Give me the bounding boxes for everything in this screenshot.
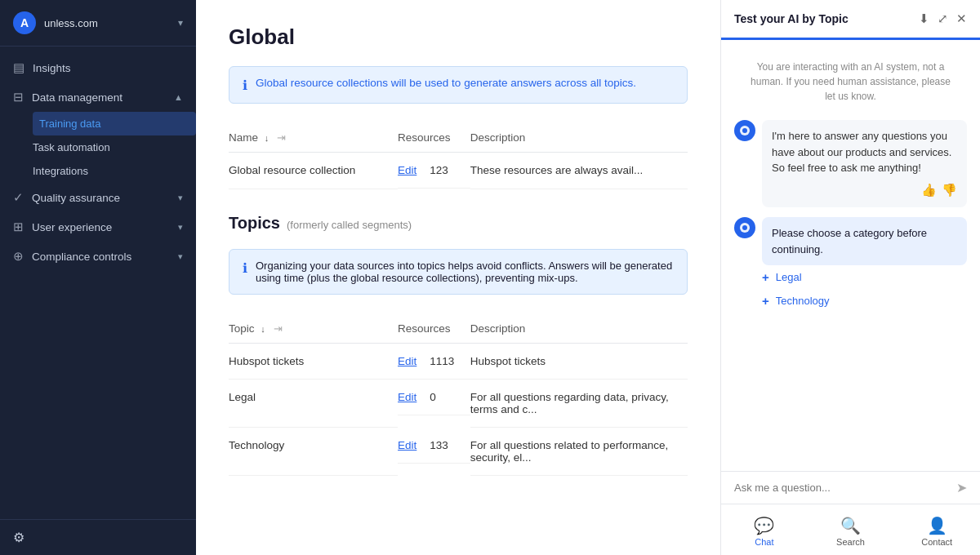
sidebar-item-user-experience[interactable]: ⊞ User experience ▾	[0, 212, 196, 242]
user-experience-icon: ⊞	[13, 220, 24, 234]
task-automation-label: Task automation	[33, 141, 110, 153]
topics-info-banner: ℹ Organizing your data sources into topi…	[229, 249, 688, 295]
sidebar-brand[interactable]: A unless.com	[13, 11, 98, 34]
chat-tab-search-label: Search	[836, 537, 865, 547]
org-chevron-icon[interactable]: ▾	[178, 17, 183, 29]
global-collection-edit-link[interactable]: Edit	[398, 164, 416, 176]
topics-heading-text: Topics	[229, 214, 280, 233]
chat-message-2: Please choose a category before continui…	[734, 217, 967, 313]
topic-edit-link-0[interactable]: Edit	[398, 355, 416, 367]
topic-cell-2: Edit 133	[398, 428, 470, 464]
sidebar-item-training-data[interactable]: Training data	[33, 112, 196, 135]
topic-cell-0: Edit 1113	[398, 344, 470, 380]
sidebar-item-task-automation[interactable]: Task automation	[33, 135, 196, 159]
search-icon: 🔍	[840, 516, 861, 535]
name-header-label: Name	[229, 131, 258, 144]
sidebar-nav: ▤ Insights ⊟ Data management ▲ Training …	[0, 47, 196, 519]
global-info-banner: ℹ Global resource collections will be us…	[229, 66, 688, 104]
info-icon-2: ℹ	[243, 260, 247, 276]
global-banner-text: Global resource collections will be used…	[256, 77, 636, 89]
sidebar-header: A unless.com ▾	[0, 0, 196, 47]
chat-tab-search[interactable]: 🔍 Search	[808, 511, 894, 552]
topic-edit-link-1[interactable]: Edit	[398, 391, 416, 403]
insights-icon: ▤	[13, 60, 24, 75]
chat-option-technology[interactable]: + Technology	[762, 289, 967, 313]
close-icon[interactable]: ✕	[956, 11, 967, 26]
thumbs-down-icon[interactable]: 👎	[942, 181, 957, 200]
chat-tab-contact[interactable]: 👤 Contact	[893, 511, 980, 552]
chat-option-technology-label: Technology	[776, 295, 830, 307]
topic-name-0: Hubspot tickets	[229, 343, 398, 380]
sidebar-item-data-management[interactable]: ⊟ Data management ▲	[0, 82, 196, 112]
svg-point-1	[742, 128, 747, 133]
chat-header: Test your AI by Topic ⬇ ⤢ ✕	[721, 0, 980, 40]
topic-filter-icon[interactable]: ⇥	[274, 322, 283, 335]
chat-message-text-1: I'm here to answer any questions you hav…	[772, 130, 951, 174]
chat-feedback-actions: 👍 👎	[772, 181, 957, 200]
topics-heading: Topics (formerly called segments)	[229, 214, 688, 233]
sidebar-item-quality-assurance[interactable]: ✓ Quality assurance ▾	[0, 183, 196, 212]
compliance-icon: ⊕	[13, 249, 24, 264]
global-collection-edit-cell: Edit 123	[398, 153, 470, 189]
plus-icon-2: +	[762, 294, 769, 308]
sidebar-item-label: User experience	[32, 221, 170, 233]
col-header-resources-2: Resources	[398, 314, 470, 344]
settings-icon[interactable]: ⚙	[13, 530, 24, 545]
table-row: Hubspot tickets Edit 1113 Hubspot ticket…	[229, 343, 688, 380]
chat-footer: 💬 Chat 🔍 Search 👤 Contact	[721, 504, 980, 555]
global-collection-name: Global resource collection	[229, 153, 398, 189]
sidebar: A unless.com ▾ ▤ Insights ⊟ Data managem…	[0, 0, 196, 555]
thumbs-up-icon[interactable]: 👍	[921, 181, 937, 200]
global-collection-resources: 123	[430, 164, 448, 176]
sidebar-item-insights[interactable]: ▤ Insights	[0, 53, 196, 82]
send-icon[interactable]: ➤	[956, 480, 967, 495]
download-icon[interactable]: ⬇	[919, 11, 929, 26]
app-logo: A	[13, 11, 36, 34]
chat-header-actions: ⬇ ⤢ ✕	[919, 11, 967, 26]
sidebar-item-label: Data management	[32, 91, 166, 104]
chevron-down-icon: ▾	[178, 251, 183, 262]
filter-icon[interactable]: ⇥	[277, 131, 286, 144]
sidebar-footer: ⚙	[0, 519, 196, 555]
col-header-description-2: Description	[470, 314, 688, 344]
chat-title: Test your AI by Topic	[734, 12, 849, 25]
chevron-down-icon: ▾	[178, 193, 183, 203]
topic-sort-icon[interactable]: ↓	[261, 324, 265, 334]
description-header-label: Description	[470, 131, 526, 144]
sidebar-item-integrations[interactable]: Integrations	[33, 159, 196, 183]
data-management-subnav: Training data Task automation Integratio…	[0, 112, 196, 183]
chat-option-legal-label: Legal	[776, 271, 802, 283]
chat-system-note: You are interacting with an AI system, n…	[734, 53, 967, 110]
topic-description-2: For all questions related to performance…	[470, 428, 688, 476]
sidebar-item-compliance-controls[interactable]: ⊕ Compliance controls ▾	[0, 242, 196, 271]
col-header-description: Description	[470, 123, 688, 153]
description-header-label-2: Description	[470, 322, 526, 335]
global-collection-description: These resources are always avail...	[470, 153, 688, 189]
chat-message-text-2: Please choose a category before continui…	[772, 227, 927, 255]
chat-tab-chat-label: Chat	[755, 537, 773, 547]
topic-description-0: Hubspot tickets	[470, 343, 688, 380]
chat-bot-avatar	[734, 120, 755, 141]
svg-point-3	[742, 225, 747, 230]
chat-input[interactable]	[734, 482, 950, 494]
topic-resources-1: 0	[430, 391, 436, 403]
table-row: Technology Edit 133 For all questions re…	[229, 428, 688, 476]
chevron-up-icon: ▲	[174, 92, 183, 102]
topic-edit-link-2[interactable]: Edit	[398, 439, 416, 451]
chat-tab-chat[interactable]: 💬 Chat	[721, 511, 808, 552]
col-header-resources: Resources	[398, 123, 470, 153]
topic-cell-1: Edit 0	[398, 380, 470, 415]
sort-icon[interactable]: ↓	[265, 133, 270, 143]
integrations-label: Integrations	[33, 165, 88, 177]
training-data-label: Training data	[39, 118, 100, 130]
page-title: Global	[229, 24, 688, 50]
chat-icon: 💬	[754, 516, 774, 535]
chat-option-legal[interactable]: + Legal	[762, 265, 967, 289]
contact-icon: 👤	[927, 516, 947, 535]
expand-icon[interactable]: ⤢	[938, 11, 948, 26]
topics-table: Topic ↓ ⇥ Resources Description Hubspot …	[229, 314, 688, 477]
col-header-name: Name ↓ ⇥	[229, 123, 398, 153]
topic-resources-0: 1113	[430, 355, 454, 367]
data-management-icon: ⊟	[13, 90, 24, 104]
resources-header-label-2: Resources	[398, 322, 451, 335]
